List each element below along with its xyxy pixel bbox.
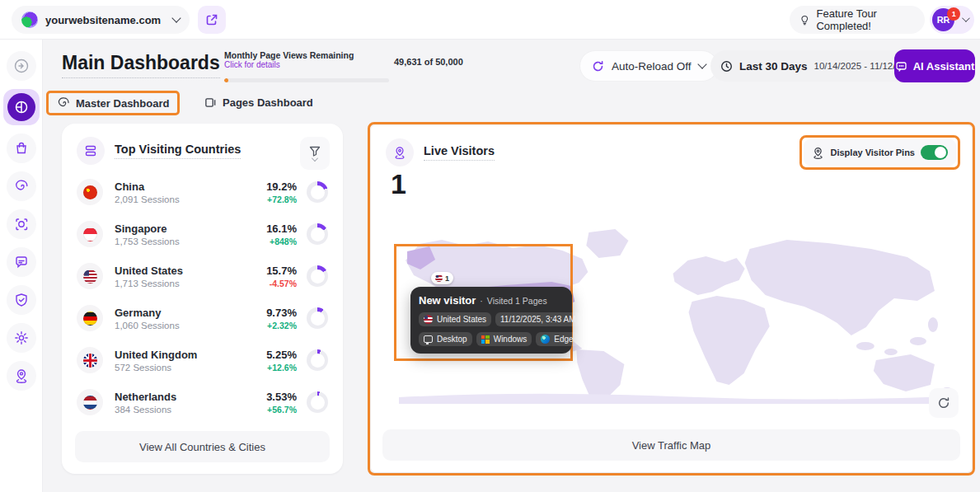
avatar: RR 1 bbox=[932, 8, 954, 31]
tooltip-os-pill: Windows bbox=[476, 332, 532, 346]
feature-tour-status[interactable]: Feature Tour Completed! bbox=[790, 6, 925, 34]
tooltip-country-pill: United States bbox=[419, 312, 491, 326]
countries-list-icon bbox=[77, 137, 105, 165]
user-menu[interactable]: RR 1 bbox=[930, 6, 974, 34]
pins-toggle-annotation-box: Display Visitor Pins bbox=[799, 135, 960, 170]
edge-icon bbox=[541, 335, 550, 344]
website-name: yourwebsitename.com bbox=[45, 14, 166, 26]
country-row[interactable]: China2,091 Sessions 19.2%+72.8% bbox=[77, 175, 328, 209]
open-website-button[interactable] bbox=[198, 6, 226, 34]
sidebar-item-locations[interactable] bbox=[7, 361, 36, 391]
country-row[interactable]: United States1,713 Sessions 15.7%-4.57% bbox=[77, 259, 328, 293]
country-row[interactable]: Netherlands384 Sessions 3.53%+56.7% bbox=[77, 385, 328, 419]
shield-check-icon bbox=[14, 293, 29, 307]
live-card-title: Live Visitors bbox=[424, 144, 495, 161]
ai-assistant-button[interactable]: AI Assistant bbox=[894, 49, 975, 82]
country-percent: 19.2% bbox=[266, 180, 297, 193]
tab-pages-label: Pages Dashboard bbox=[223, 96, 313, 109]
top-countries-card: Top Visiting Countries China2,091 Sessio… bbox=[62, 124, 343, 474]
usage-details-link[interactable]: Click for details bbox=[224, 60, 389, 69]
ai-chat-icon bbox=[895, 60, 907, 73]
flag-china-icon bbox=[83, 185, 97, 199]
live-visitor-count: 1 bbox=[391, 168, 406, 200]
tooltip-browser: Edge bbox=[554, 335, 573, 344]
country-donut-chart bbox=[307, 349, 328, 371]
country-row[interactable]: Germany1,060 Sessions 9.73%+2.32% bbox=[77, 301, 328, 335]
live-card-header: Live Visitors bbox=[386, 138, 495, 166]
map-greenland bbox=[586, 229, 628, 258]
pins-toggle-switch[interactable] bbox=[921, 145, 948, 160]
sidebar-item-feedback[interactable] bbox=[7, 247, 36, 277]
chat-bubble-icon bbox=[14, 255, 29, 269]
sidebar-item-security[interactable] bbox=[7, 285, 36, 315]
shopping-bag-icon bbox=[14, 141, 29, 156]
country-donut-chart bbox=[307, 223, 328, 245]
countries-card-header: Top Visiting Countries bbox=[77, 137, 241, 165]
auto-reload-label: Auto-Reload Off bbox=[612, 60, 692, 73]
gear-icon bbox=[14, 330, 29, 345]
sidebar-item-recordings[interactable] bbox=[7, 209, 36, 239]
flag-singapore-icon bbox=[83, 227, 97, 241]
countries-card-title: Top Visiting Countries bbox=[115, 143, 241, 159]
view-all-countries-button[interactable]: View All Countries & Cities bbox=[75, 431, 330, 462]
flag-netherlands-icon bbox=[83, 396, 97, 410]
map-australia bbox=[874, 354, 935, 391]
flag-united-kingdom-icon bbox=[83, 354, 97, 368]
country-percent: 9.73% bbox=[266, 307, 297, 319]
country-sessions: 1,060 Sessions bbox=[115, 321, 266, 330]
map-asia bbox=[745, 240, 935, 335]
tooltip-device: Desktop bbox=[437, 335, 467, 344]
us-visitor-map-pin[interactable]: 1 bbox=[431, 272, 453, 284]
country-row[interactable]: Singapore1,753 Sessions 16.1%+848% bbox=[77, 217, 328, 251]
sidebar-item-store[interactable] bbox=[7, 134, 36, 163]
tooltip-separator: · bbox=[480, 296, 483, 306]
tooltip-title: New visitor bbox=[419, 294, 476, 307]
usage-progress-bar bbox=[224, 78, 389, 82]
tooltip-browser-pill: Edge bbox=[536, 332, 578, 346]
refresh-icon bbox=[937, 396, 950, 410]
tooltip-country: United States bbox=[437, 315, 486, 324]
map-africa bbox=[689, 296, 770, 385]
map-refresh-button[interactable] bbox=[929, 388, 959, 418]
country-sessions: 572 Sessions bbox=[115, 363, 266, 373]
chevron-down-icon bbox=[697, 59, 706, 68]
country-name: Singapore bbox=[115, 223, 266, 235]
visitor-tooltip: New visitor · Visited 1 Pages United Sta… bbox=[410, 287, 572, 354]
usage-meter: Monthly Page Views Remaining Click for d… bbox=[224, 50, 389, 69]
website-selector[interactable]: yourwebsitename.com bbox=[12, 6, 190, 34]
display-visitor-pins-toggle-row[interactable]: Display Visitor Pins bbox=[804, 139, 956, 166]
tooltip-pages: Visited 1 Pages bbox=[487, 296, 547, 306]
country-change: +12.6% bbox=[266, 363, 297, 373]
country-sessions: 2,091 Sessions bbox=[115, 194, 266, 204]
country-sessions: 1,753 Sessions bbox=[115, 237, 266, 246]
country-change: +2.32% bbox=[266, 321, 297, 330]
feature-tour-label: Feature Tour Completed! bbox=[816, 7, 915, 32]
sidebar-item-analytics[interactable] bbox=[7, 171, 36, 201]
external-link-icon bbox=[205, 13, 218, 26]
country-row[interactable]: United Kingdom572 Sessions 5.25%+12.6% bbox=[77, 343, 328, 377]
countries-filter-button[interactable] bbox=[300, 137, 330, 170]
tab-master-dashboard[interactable]: Master Dashboard bbox=[46, 91, 180, 115]
sidebar-item-settings[interactable] bbox=[7, 323, 36, 353]
pins-toggle-label: Display Visitor Pins bbox=[830, 148, 915, 157]
map-pin-icon bbox=[14, 368, 29, 383]
country-donut-chart bbox=[307, 181, 328, 203]
sidebar-expand-button[interactable] bbox=[7, 51, 36, 81]
country-name: United Kingdom bbox=[115, 349, 266, 361]
sidebar-item-dashboards[interactable] bbox=[3, 89, 40, 125]
flag-germany-icon bbox=[83, 312, 97, 326]
tooltip-datetime: 11/12/2025, 3:43 AM bbox=[500, 315, 576, 324]
auto-reload-dropdown[interactable]: Auto-Reload Off bbox=[579, 50, 718, 82]
view-traffic-map-button[interactable]: View Traffic Map bbox=[382, 429, 960, 461]
tab-pages-dashboard[interactable]: Pages Dashboard bbox=[204, 96, 313, 109]
map-europe bbox=[673, 256, 745, 295]
country-sessions: 1,713 Sessions bbox=[115, 279, 266, 288]
top-bar: yourwebsitename.com Feature Tour Complet… bbox=[0, 0, 980, 40]
pin-visitor-count: 1 bbox=[445, 274, 449, 283]
flag-united-states-icon bbox=[435, 274, 443, 282]
dashboard-icon bbox=[7, 93, 35, 121]
session-record-icon bbox=[14, 217, 29, 232]
date-range-label: Last 30 Days bbox=[739, 60, 808, 73]
country-donut-chart bbox=[307, 391, 328, 413]
flag-united-states-icon bbox=[83, 269, 97, 283]
